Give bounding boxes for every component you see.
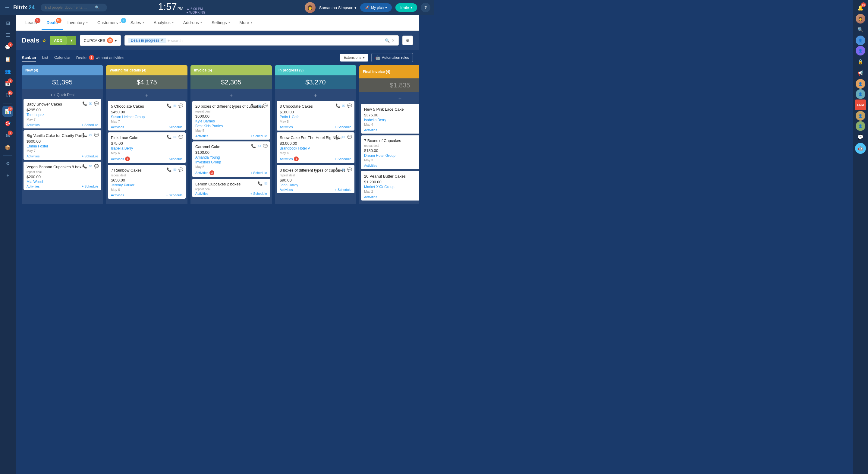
deal-client[interactable]: Amanda Young bbox=[195, 155, 267, 159]
message-icon[interactable]: 💬 bbox=[263, 103, 268, 108]
deal-activities[interactable]: Activities bbox=[27, 184, 39, 188]
deal-title[interactable]: 7 Boxes of Cupcakes bbox=[364, 139, 419, 144]
add-deal-inprogress[interactable]: + bbox=[277, 91, 354, 101]
phone-icon[interactable]: 📞 bbox=[82, 101, 87, 106]
message-icon[interactable]: 💬 bbox=[179, 135, 183, 139]
search-filter-bar[interactable]: Deals in progress ✕ + search 🔍 ✕ bbox=[124, 35, 399, 46]
ls-crm-icon[interactable]: ⊞ bbox=[2, 18, 13, 28]
deal-schedule[interactable]: + Schedule bbox=[82, 184, 98, 188]
ls-chat-icon[interactable]: 💬 3 bbox=[2, 41, 13, 53]
email-icon[interactable]: ✉ bbox=[342, 103, 345, 108]
deal-activities[interactable]: Activities bbox=[364, 195, 377, 199]
deal-schedule[interactable]: + Schedule bbox=[335, 188, 351, 191]
deal-client[interactable]: Isabella Berry bbox=[111, 146, 183, 150]
help-button[interactable]: ? bbox=[421, 3, 430, 12]
deal-schedule[interactable]: + Schedule bbox=[250, 134, 267, 138]
deal-activities[interactable]: Activities bbox=[111, 125, 124, 129]
user-avatar[interactable]: 👩 bbox=[305, 2, 315, 13]
ls-calendar-icon[interactable]: 📅 3 bbox=[2, 78, 13, 89]
filter-cupcakes-button[interactable]: CUPCAKES 85 ▾ bbox=[80, 35, 121, 46]
ls-add-icon[interactable]: + bbox=[2, 170, 13, 181]
ls-contacts-icon[interactable]: 👥 bbox=[2, 66, 13, 77]
add-deal-finalinvoice[interactable]: + bbox=[361, 94, 419, 104]
deal-activities[interactable]: Activities bbox=[195, 192, 208, 196]
nav-item-deals[interactable]: Deals 85 bbox=[41, 16, 62, 30]
extensions-button[interactable]: Extensions ▾ bbox=[340, 54, 368, 61]
subnav-kanban[interactable]: Kanban bbox=[22, 54, 36, 61]
deal-client2[interactable]: Investors Group bbox=[195, 160, 267, 164]
deal-schedule[interactable]: + Schedule bbox=[166, 125, 183, 129]
nav-item-more[interactable]: More ▾ bbox=[235, 16, 257, 30]
nav-item-inventory[interactable]: Inventory ▾ bbox=[63, 16, 93, 30]
deal-title[interactable]: New 5 Pink Lace Cake bbox=[364, 107, 419, 112]
deal-client[interactable]: Kyle Barnes bbox=[195, 119, 267, 123]
deal-schedule[interactable]: + Schedule bbox=[166, 193, 183, 197]
automation-rules-button[interactable]: 🤖 Automation rules bbox=[371, 53, 413, 62]
deal-activities[interactable]: Activities bbox=[111, 193, 124, 197]
email-icon[interactable]: ✉ bbox=[173, 103, 177, 108]
ls-email-icon[interactable]: ✉ 1 bbox=[2, 130, 13, 141]
ls-feed-icon[interactable]: ☰ bbox=[2, 30, 13, 40]
nav-item-addons[interactable]: Add-ons ▾ bbox=[179, 16, 207, 30]
deal-client[interactable]: Susan Helmet Group bbox=[111, 115, 183, 119]
deal-schedule[interactable]: + Schedule bbox=[335, 157, 351, 161]
invite-button[interactable]: Invite ▾ bbox=[396, 3, 417, 12]
ls-deals-icon[interactable]: 📊 99+ bbox=[2, 106, 13, 117]
email-icon[interactable]: ✉ bbox=[342, 167, 345, 172]
remove-filter-button[interactable]: ✕ bbox=[160, 38, 163, 42]
ls-settings-icon[interactable]: ⚙ bbox=[2, 158, 13, 169]
email-icon[interactable]: ✉ bbox=[89, 101, 92, 106]
deal-title[interactable]: Lemon Cupcakes 2 boxes bbox=[195, 182, 267, 187]
settings-gear-button[interactable]: ⚙ bbox=[402, 36, 413, 45]
deal-schedule[interactable]: + Schedule bbox=[82, 123, 98, 127]
message-icon[interactable]: 💬 bbox=[347, 135, 352, 139]
message-icon[interactable]: 💬 bbox=[179, 103, 183, 108]
deal-client[interactable]: Patio L Cafe bbox=[280, 115, 351, 119]
phone-icon[interactable]: 📞 bbox=[82, 164, 87, 169]
deal-activities[interactable]: Activities 2 bbox=[195, 170, 214, 175]
subnav-list[interactable]: List bbox=[42, 54, 48, 61]
phone-icon[interactable]: 📞 bbox=[167, 135, 172, 139]
phone-icon[interactable]: 📞 bbox=[251, 103, 256, 108]
phone-icon[interactable]: 📞 bbox=[336, 103, 340, 108]
favorite-star[interactable]: ☆ bbox=[42, 38, 46, 43]
menu-icon[interactable]: ☰ bbox=[4, 4, 10, 12]
email-icon[interactable]: ✉ bbox=[258, 103, 261, 108]
deal-client[interactable]: Tom Lopez bbox=[27, 113, 98, 117]
deal-activities[interactable]: Activities bbox=[364, 128, 377, 132]
deal-client[interactable]: Market XXX Group bbox=[364, 185, 419, 189]
deal-activities[interactable]: Activities bbox=[364, 164, 377, 167]
search-input[interactable] bbox=[45, 5, 93, 10]
deal-schedule[interactable]: + Schedule bbox=[250, 171, 267, 175]
my-plan-button[interactable]: 🚀 My plan ▾ bbox=[360, 3, 392, 12]
phone-icon[interactable]: 📞 bbox=[167, 167, 172, 172]
deal-client[interactable]: Emma Foster bbox=[27, 144, 98, 148]
email-icon[interactable]: ✉ bbox=[89, 133, 92, 137]
deal-activities[interactable]: Activities 1 bbox=[111, 156, 130, 161]
search-bar[interactable]: 🔍 bbox=[41, 4, 107, 11]
ls-checklist-icon[interactable]: ☑ 15 bbox=[2, 90, 13, 101]
deal-client[interactable]: Jeremy Parker bbox=[111, 183, 183, 187]
deal-schedule[interactable]: + Schedule bbox=[82, 154, 98, 158]
deal-activities[interactable]: Activities bbox=[280, 125, 293, 129]
deal-title[interactable]: 20 Peanut Butter Cakes bbox=[364, 174, 419, 179]
nav-item-settings[interactable]: Settings ▾ bbox=[207, 16, 235, 30]
message-icon[interactable]: 💬 bbox=[94, 164, 99, 169]
deal-client[interactable]: Mia Wood bbox=[27, 180, 98, 184]
clear-search-icon[interactable]: ✕ bbox=[392, 38, 395, 43]
email-icon[interactable]: ✉ bbox=[173, 135, 177, 139]
phone-icon[interactable]: 📞 bbox=[258, 181, 262, 186]
phone-icon[interactable]: 📞 bbox=[82, 133, 87, 137]
message-icon[interactable]: 💬 bbox=[179, 167, 183, 172]
email-icon[interactable]: ✉ bbox=[264, 181, 268, 186]
nav-item-analytics[interactable]: Analytics ▾ bbox=[149, 16, 179, 30]
message-icon[interactable]: 💬 bbox=[94, 101, 99, 106]
phone-icon[interactable]: 📞 bbox=[167, 103, 172, 108]
add-quick-deal-row[interactable]: + + Quick Deal bbox=[24, 91, 101, 99]
phone-icon[interactable]: 📞 bbox=[336, 167, 340, 172]
ls-target-icon[interactable]: 🎯 bbox=[2, 118, 13, 129]
message-icon[interactable]: 💬 bbox=[94, 133, 99, 137]
email-icon[interactable]: ✉ bbox=[173, 167, 177, 172]
nav-item-sales[interactable]: Sales ▾ bbox=[126, 16, 149, 30]
deal-client2[interactable]: Best Kids Parties bbox=[195, 124, 267, 128]
